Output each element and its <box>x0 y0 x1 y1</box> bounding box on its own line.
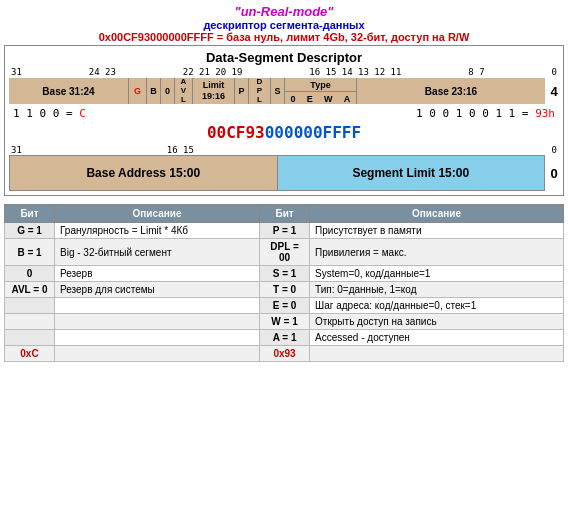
table-desc1 <box>55 346 260 362</box>
info-table: Бит Описание Бит Описание G = 1Гранулярн… <box>4 204 564 362</box>
binary-rows: 1 1 0 0 = C 1 0 0 1 0 0 1 1 = 93h <box>9 107 559 120</box>
table-bit1: G = 1 <box>5 223 55 239</box>
cell-b: B <box>147 78 161 104</box>
seg-limit: Segment Limit 15:00 <box>278 156 545 190</box>
table-bit1: B = 1 <box>5 239 55 266</box>
table-desc2: Присутствует в памяти <box>310 223 564 239</box>
descriptor-row: Base 31:24 G B 0 A V L Limit 19:16 P D P… <box>9 78 559 104</box>
binary-line2: 1 0 0 1 0 0 1 1 = 93h <box>416 107 555 120</box>
table-bit2: P = 1 <box>260 223 310 239</box>
hex-red: 00CF93 <box>207 123 265 142</box>
seg-base: Base Address 15:00 <box>10 156 278 190</box>
descriptor-box: Data-Segment Descriptor 31 24 23 22 21 2… <box>4 45 564 196</box>
table-desc1: Гранулярность = Limit * 4Кб <box>55 223 260 239</box>
table-bit1: 0xC <box>5 346 55 362</box>
table-bit1: 0 <box>5 266 55 282</box>
table-bit1 <box>5 330 55 346</box>
col-bit2: Бит <box>260 205 310 223</box>
table-desc2: System=0, код/данные=1 <box>310 266 564 282</box>
binary-line1: 1 1 0 0 = C <box>13 107 86 120</box>
segment-row: Base Address 15:00 Segment Limit 15:00 0 <box>9 155 559 191</box>
hex-eq: = база нуль, лимит 4Gb, 32-бит, доступ н… <box>214 31 470 43</box>
cell-dpl: D P L <box>249 78 271 104</box>
header: "un-Real-mode" дескриптор сегмента-данны… <box>4 4 564 43</box>
table-desc2: Шаг адреса: код/данные=0, стек=1 <box>310 298 564 314</box>
cell-base3124: Base 31:24 <box>9 78 129 104</box>
table-desc2 <box>310 346 564 362</box>
segment-right-label: 0 <box>545 155 559 191</box>
table-desc2: Тип: 0=данные, 1=код <box>310 282 564 298</box>
table-bit1 <box>5 314 55 330</box>
cell-zero: 0 <box>161 78 175 104</box>
table-desc1 <box>55 314 260 330</box>
cell-s: S <box>271 78 285 104</box>
table-bit2: DPL = 00 <box>260 239 310 266</box>
header-subtitle: дескриптор сегмента-данных <box>4 19 564 31</box>
cell-g: G <box>129 78 147 104</box>
table-desc1: Big - 32-битный сегмент <box>55 239 260 266</box>
type-bits: 0 E W A <box>285 92 356 104</box>
type-label: Type <box>285 79 356 92</box>
hex-display: 00CF93000000FFFF <box>9 123 559 142</box>
segment-cells: Base Address 15:00 Segment Limit 15:00 <box>9 155 545 191</box>
table-desc1: Резерв <box>55 266 260 282</box>
table-bit2: E = 0 <box>260 298 310 314</box>
table-desc2: Открыть доступ на запись <box>310 314 564 330</box>
cell-avl: A V L <box>175 78 193 104</box>
table-bit2: T = 0 <box>260 282 310 298</box>
cell-limit: Limit 19:16 <box>193 78 235 104</box>
hex-blue: 000000FFFF <box>265 123 361 142</box>
cell-base2316: Base 23:16 <box>357 78 545 104</box>
seg-bit-numbers-top: 31 16 15 0 <box>9 145 559 155</box>
cell-p: P <box>235 78 249 104</box>
bit-numbers-top: 31 24 23 22 21 20 19 16 15 14 13 12 11 8… <box>9 67 559 77</box>
descriptor-cells: Base 31:24 G B 0 A V L Limit 19:16 P D P… <box>9 78 545 104</box>
cell-type: Type 0 E W A <box>285 78 357 104</box>
header-hex: 0x00CF93000000FFFF = база нуль, лимит 4G… <box>4 31 564 43</box>
table-desc1 <box>55 298 260 314</box>
table-desc2: Accessed - доступен <box>310 330 564 346</box>
table-bit2: S = 1 <box>260 266 310 282</box>
col-desc1: Описание <box>55 205 260 223</box>
descriptor-right-label: 4 <box>545 78 559 104</box>
descriptor-title: Data-Segment Descriptor <box>9 50 559 65</box>
table-bit1 <box>5 298 55 314</box>
table-desc1 <box>55 330 260 346</box>
col-desc2: Описание <box>310 205 564 223</box>
table-bit2: A = 1 <box>260 330 310 346</box>
table-desc1: Резерв для системы <box>55 282 260 298</box>
col-bit1: Бит <box>5 205 55 223</box>
table-desc2: Привилегия = макс. <box>310 239 564 266</box>
table-bit2: W = 1 <box>260 314 310 330</box>
header-title: "un-Real-mode" <box>4 4 564 19</box>
hex-prefix: 0x00CF93000000FFFF <box>99 31 214 43</box>
table-bit2: 0x93 <box>260 346 310 362</box>
table-bit1: AVL = 0 <box>5 282 55 298</box>
